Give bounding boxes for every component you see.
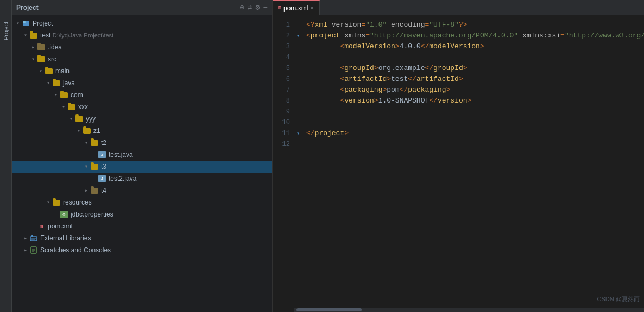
ext-libs-label: External Libraries <box>40 234 91 242</box>
arrow-main <box>37 68 45 74</box>
folder-resources-icon <box>52 198 61 207</box>
code-line-7: <packaging>pom</packaging> <box>306 85 640 95</box>
svg-rect-2 <box>30 237 37 241</box>
code-line-2: <project xmlns="http://maven.apache.org/… <box>306 30 640 41</box>
code-line-1: <?xml version="1.0" encoding="UTF-8"?> <box>306 20 640 30</box>
code-line-12 <box>306 139 640 150</box>
fold-mark-3 <box>294 41 302 52</box>
svg-rect-1 <box>23 21 26 23</box>
tree-java-dir[interactable]: java <box>12 77 272 89</box>
idea-label: .idea <box>48 43 62 51</box>
folder-yyy-icon <box>75 114 84 123</box>
tree-com-dir[interactable]: com <box>12 89 272 101</box>
arrow-yyy <box>67 116 75 122</box>
tree-idea-dir[interactable]: .idea <box>12 41 272 53</box>
sidebar-header: Project ⊕ ⇄ ⚙ − <box>12 0 272 15</box>
xxx-label: xxx <box>78 103 88 111</box>
tree-jdbc-props[interactable]: jdbc.properties <box>12 208 272 220</box>
tree-pom-xml[interactable]: m pom.xml <box>12 220 272 232</box>
tree-test2-java[interactable]: J test2.java <box>12 173 272 184</box>
yyy-label: yyy <box>86 115 96 123</box>
project-label: Project <box>33 20 53 27</box>
fold-mark-2[interactable]: ▾ <box>294 30 302 41</box>
code-line-8: <version>1.0-SNAPSHOT</version> <box>306 95 640 106</box>
arrow-xxx <box>60 104 67 110</box>
code-line-5: <groupId>org.example</groupId> <box>306 63 640 74</box>
tree-t2-dir[interactable]: t2 <box>12 137 272 149</box>
tree-project-root[interactable]: Project <box>12 17 272 29</box>
tab-close-button[interactable]: × <box>310 5 314 11</box>
watermark: CSDN @夏然而 <box>597 295 640 303</box>
fold-mark-7 <box>294 85 302 95</box>
src-label: src <box>48 55 56 63</box>
folder-main-icon <box>45 67 53 75</box>
arrow-idea <box>29 44 37 50</box>
pom-icon: m <box>37 222 46 231</box>
tree-ext-libs[interactable]: External Libraries <box>12 232 272 244</box>
t3-label: t3 <box>101 163 106 170</box>
file-tree: Project test D:\lyq\Java Project\test .i… <box>12 15 272 312</box>
arrow-resources <box>45 199 52 206</box>
settings-icon[interactable]: ⚙ <box>255 3 260 12</box>
editor-content: 1 2 3 4 5 6 7 8 9 10 11 12 ▾ ▾ <box>273 15 644 312</box>
scrollbar-thumb[interactable] <box>296 308 362 311</box>
project-icon <box>22 19 30 28</box>
tree-src-dir[interactable]: src <box>12 53 272 65</box>
com-label: com <box>71 91 83 99</box>
tree-main-dir[interactable]: main <box>12 65 272 77</box>
arrow-t2 <box>83 139 90 146</box>
tree-t3-dir[interactable]: t3 <box>12 161 272 173</box>
tree-yyy-dir[interactable]: yyy <box>12 113 272 125</box>
tree-test-dir[interactable]: test D:\lyq\Java Project\test <box>12 29 272 41</box>
code-line-11: </project> <box>306 128 640 139</box>
folder-xxx-icon <box>67 103 76 111</box>
tab-bar: m pom.xml × <box>273 0 644 15</box>
project-sidebar: Project ⊕ ⇄ ⚙ − Project test D:\lyq\Java… <box>12 0 273 312</box>
hide-icon[interactable]: − <box>263 3 268 12</box>
main-label: main <box>55 67 70 75</box>
pom-tab[interactable]: m pom.xml × <box>273 0 320 15</box>
editor-area: m pom.xml × 1 2 3 4 5 6 7 8 9 10 11 12 ▾ <box>273 0 644 312</box>
fold-mark-9 <box>294 106 302 117</box>
tree-t4-dir[interactable]: t4 <box>12 184 272 196</box>
add-icon[interactable]: ⊕ <box>239 3 244 12</box>
scratches-label: Scratches and Consoles <box>40 246 111 254</box>
folder-t2-icon <box>90 138 99 147</box>
fold-mark-5 <box>294 63 302 74</box>
fold-mark-1 <box>294 20 302 30</box>
tree-xxx-dir[interactable]: xxx <box>12 101 272 113</box>
line-numbers: 1 2 3 4 5 6 7 8 9 10 11 12 <box>273 15 294 312</box>
pom-label: pom.xml <box>48 222 72 230</box>
fold-gutter: ▾ ▾ <box>294 15 302 312</box>
folder-java-icon <box>52 79 61 87</box>
sync-icon[interactable]: ⇄ <box>248 3 252 12</box>
folder-com-icon <box>60 91 68 99</box>
t4-label: t4 <box>101 187 106 194</box>
code-line-4 <box>306 52 640 63</box>
horizontal-scrollbar[interactable] <box>294 308 644 312</box>
code-editor[interactable]: <?xml version="1.0" encoding="UTF-8"?> <… <box>302 15 644 312</box>
tree-z1-dir[interactable]: z1 <box>12 125 272 137</box>
resources-label: resources <box>63 199 92 206</box>
tree-scratches[interactable]: Scratches and Consoles <box>12 244 272 256</box>
folder-test-icon <box>29 31 38 40</box>
jdbc-label: jdbc.properties <box>71 211 113 218</box>
project-sidebar-tab[interactable]: Project <box>0 0 12 312</box>
tree-resources-dir[interactable]: resources <box>12 196 272 208</box>
arrow-src <box>29 56 37 62</box>
arrow-t3 <box>83 163 90 170</box>
svg-rect-3 <box>31 235 33 237</box>
z1-label: z1 <box>93 127 100 135</box>
tree-test-java[interactable]: J test.java <box>12 149 272 161</box>
arrow-project <box>14 20 22 27</box>
fold-mark-6 <box>294 74 302 85</box>
fold-mark-11[interactable]: ▾ <box>294 128 302 139</box>
folder-t4-icon <box>90 186 99 195</box>
fold-mark-12 <box>294 139 302 150</box>
arrow-com <box>52 92 60 98</box>
folder-t3-icon <box>90 162 99 171</box>
ext-lib-icon <box>29 234 38 243</box>
test-java-label: test.java <box>109 151 133 158</box>
arrow-java <box>45 80 52 86</box>
arrow-t4 <box>83 187 90 194</box>
